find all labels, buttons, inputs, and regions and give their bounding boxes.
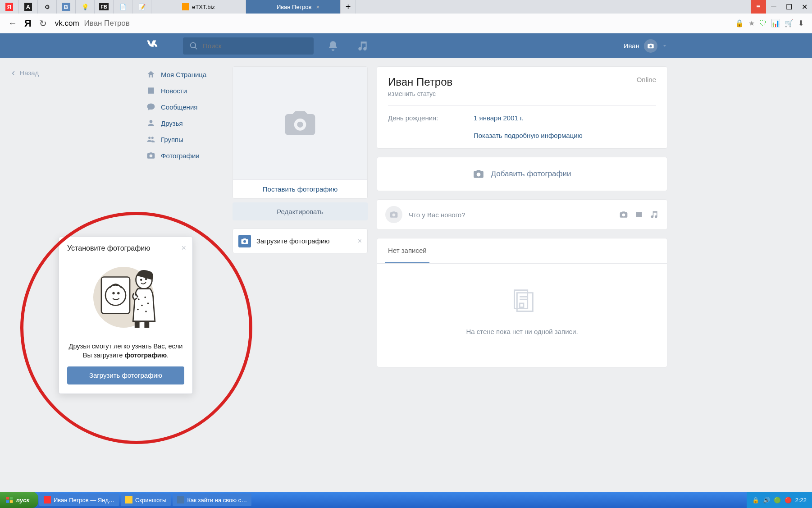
close-banner-icon[interactable]: × bbox=[358, 237, 362, 245]
tab-doc2[interactable]: 📝 bbox=[132, 0, 151, 14]
sidebar-item-my-page[interactable]: Моя Страница bbox=[145, 66, 224, 82]
chevron-down-icon bbox=[662, 43, 667, 49]
friends-icon bbox=[146, 119, 155, 128]
sidebar-item-label: Группы bbox=[161, 136, 183, 143]
ext2-icon[interactable]: 🛒 bbox=[785, 19, 794, 27]
wall-panel: Нет записей На стене пока нет ни одной з… bbox=[377, 238, 667, 367]
profile-name: Иван Петров bbox=[388, 76, 656, 88]
attach-music-icon[interactable] bbox=[650, 210, 659, 219]
edit-button[interactable]: Редактировать bbox=[233, 202, 368, 220]
sidebar-item-label: Сообщения bbox=[161, 103, 197, 111]
sidebar-item-friends[interactable]: Друзья bbox=[145, 115, 224, 131]
url-field[interactable]: vk.com Иван Петров bbox=[55, 19, 130, 28]
new-tab-button[interactable]: + bbox=[341, 0, 356, 14]
ext1-icon[interactable]: 📊 bbox=[771, 19, 780, 27]
tab-gear[interactable]: ⚙ bbox=[38, 0, 57, 14]
photo-placeholder bbox=[233, 67, 367, 179]
show-full-info-link[interactable]: Показать подробную информацию bbox=[377, 126, 667, 148]
tray-icon[interactable]: 🟢 bbox=[774, 497, 781, 503]
start-button[interactable]: пуск bbox=[0, 492, 38, 508]
shield-icon[interactable]: 🛡 bbox=[759, 19, 766, 27]
tab-bulb[interactable]: 💡 bbox=[76, 0, 95, 14]
star-icon[interactable]: ★ bbox=[748, 19, 755, 27]
empty-wall-text: На стене пока нет ни одной записи. bbox=[377, 328, 667, 335]
sidebar-item-label: Моя Страница bbox=[161, 71, 206, 78]
vk-header: Иван bbox=[0, 33, 812, 58]
camera-icon bbox=[647, 42, 654, 50]
tab-active-vk[interactable]: Иван Петров × bbox=[246, 0, 341, 14]
home-icon bbox=[146, 70, 155, 79]
sidebar-item-label: Фотографии bbox=[161, 152, 200, 160]
taskbar-item-3[interactable]: Как зайти на свою с… bbox=[173, 494, 251, 506]
system-tray[interactable]: 🔒 🔊 🟢 🔴 2:22 bbox=[747, 492, 812, 508]
user-menu[interactable]: Иван bbox=[624, 39, 667, 53]
minimize-button[interactable]: ─ bbox=[766, 0, 781, 14]
taskbar: пуск Иван Петров — Янд… Скриншоты Как за… bbox=[0, 492, 812, 508]
close-tab-icon[interactable]: × bbox=[316, 4, 320, 10]
online-status: Online bbox=[637, 76, 656, 83]
vk-logo-icon[interactable] bbox=[145, 37, 169, 55]
popup-text: Друзья смогут легко узнать Вас, если Вы … bbox=[67, 342, 184, 360]
lock-icon: 🔒 bbox=[735, 19, 744, 27]
upload-photo-banner: Загрузите фотографию × bbox=[233, 229, 368, 253]
back-button[interactable]: ← bbox=[8, 19, 17, 28]
close-window-button[interactable]: ✕ bbox=[797, 0, 812, 14]
post-avatar bbox=[385, 206, 402, 223]
reload-button[interactable]: ↻ bbox=[39, 19, 48, 28]
add-photos-button[interactable]: Добавить фотографии bbox=[377, 157, 667, 191]
tab-etxt[interactable]: eTXT.biz bbox=[151, 0, 246, 14]
maximize-button[interactable]: ☐ bbox=[781, 0, 797, 14]
clock[interactable]: 2:22 bbox=[795, 497, 807, 503]
sidebar-item-news[interactable]: Новости bbox=[145, 82, 224, 99]
taskbar-item-1[interactable]: Иван Петров — Янд… bbox=[39, 494, 119, 506]
browser-tab-strip: Я А ⚙ B 💡 FB 📄 📝 eTXT.biz Иван Петров × … bbox=[0, 0, 812, 14]
tab-active-label: Иван Петров bbox=[277, 4, 312, 10]
menu-button[interactable]: ≡ bbox=[751, 0, 766, 14]
music-icon[interactable] bbox=[357, 40, 369, 52]
svg-point-9 bbox=[144, 297, 146, 298]
tray-icon[interactable]: 🔴 bbox=[785, 497, 792, 503]
window-controls: ≡ ─ ☐ ✕ bbox=[751, 0, 812, 14]
svg-point-10 bbox=[141, 305, 143, 307]
svg-rect-15 bbox=[144, 321, 149, 328]
svg-rect-14 bbox=[135, 321, 140, 328]
yandex-logo-icon[interactable]: Я bbox=[24, 18, 32, 29]
tab-doc1[interactable]: 📄 bbox=[114, 0, 132, 14]
sidebar-item-groups[interactable]: Группы bbox=[145, 131, 224, 147]
notifications-icon[interactable] bbox=[327, 40, 339, 52]
tab-b[interactable]: B bbox=[57, 0, 76, 14]
tray-icon[interactable]: 🔊 bbox=[763, 497, 770, 503]
profile-photo-panel: Поставить фотографию bbox=[233, 66, 368, 199]
windows-logo-icon bbox=[5, 496, 14, 504]
start-label: пуск bbox=[16, 497, 29, 503]
svg-point-3 bbox=[112, 292, 114, 294]
put-photo-link[interactable]: Поставить фотографию bbox=[233, 179, 367, 198]
taskbar-item-2[interactable]: Скриншоты bbox=[121, 494, 171, 506]
svg-point-7 bbox=[145, 278, 147, 280]
sidebar-item-photos[interactable]: Фотографии bbox=[145, 147, 224, 164]
upload-photo-button[interactable]: Загрузить фотографию bbox=[67, 366, 184, 384]
attach-video-icon[interactable] bbox=[634, 210, 643, 219]
empty-pages-icon bbox=[506, 286, 538, 318]
upload-banner-text[interactable]: Загрузите фотографию bbox=[256, 237, 330, 245]
search-box[interactable] bbox=[183, 37, 314, 55]
tab-fb[interactable]: FB bbox=[95, 0, 114, 14]
sidebar-item-messages[interactable]: Сообщения bbox=[145, 99, 224, 115]
search-input[interactable] bbox=[203, 42, 288, 50]
back-link[interactable]: Назад bbox=[12, 67, 39, 79]
close-popup-icon[interactable]: × bbox=[181, 243, 186, 253]
tab-yandex[interactable]: Я bbox=[0, 0, 19, 14]
birthday-value[interactable]: 1 января 2001 г. bbox=[474, 114, 524, 122]
tray-icon[interactable]: 🔒 bbox=[752, 497, 759, 503]
change-status-link[interactable]: изменить статус bbox=[388, 90, 656, 97]
birthday-label: День рождения: bbox=[388, 114, 474, 122]
svg-point-12 bbox=[137, 309, 139, 311]
messages-icon bbox=[146, 102, 155, 111]
post-placeholder[interactable]: Что у Вас нового? bbox=[409, 211, 613, 219]
tab-a[interactable]: А bbox=[19, 0, 38, 14]
tab-no-posts[interactable]: Нет записей bbox=[385, 238, 429, 263]
post-box[interactable]: Что у Вас нового? bbox=[377, 199, 667, 230]
download-icon[interactable]: ⬇ bbox=[798, 19, 804, 27]
svg-rect-17 bbox=[10, 497, 13, 499]
attach-photo-icon[interactable] bbox=[619, 210, 628, 219]
